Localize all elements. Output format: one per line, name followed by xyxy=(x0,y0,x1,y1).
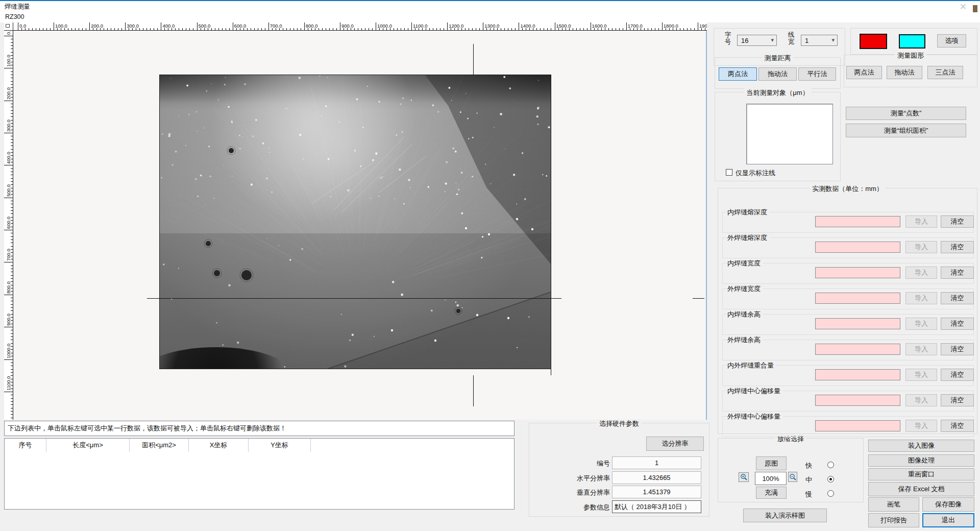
action-button[interactable]: 重画窗口 xyxy=(868,468,974,480)
ruler-v-tick xyxy=(4,68,13,68)
measure-row-label: 内外焊缝重合量 xyxy=(727,361,776,370)
hardware-field-label: 垂直分辨率 xyxy=(577,488,610,497)
zoom-speed-radio-2[interactable] xyxy=(827,476,834,482)
circle-method-button[interactable]: 三点法 xyxy=(927,66,963,79)
import-button[interactable]: 导入 xyxy=(905,369,937,381)
weld-specimen-image[interactable] xyxy=(159,75,551,369)
circle-method-button[interactable]: 两点法 xyxy=(846,66,882,79)
zoom-fit-button[interactable]: 充满 xyxy=(756,487,787,499)
hardware-field-value[interactable]: 1.451379 xyxy=(612,486,701,498)
zoom-speed-radio-3[interactable] xyxy=(827,490,834,497)
ruler-h-label: 900.0 xyxy=(341,23,354,29)
load-demo-image-button[interactable]: 装入演示样图 xyxy=(743,509,827,522)
hardware-group-title: 选择硬件参数 xyxy=(597,419,642,428)
ruler-v-label: 1000.0 xyxy=(6,343,11,358)
measure-value-field[interactable] xyxy=(815,267,900,278)
measure-value-field[interactable] xyxy=(815,344,900,355)
ruler-v-tick xyxy=(4,392,13,392)
clear-button[interactable]: 清空 xyxy=(941,267,974,279)
action-button[interactable]: 保存图像 xyxy=(922,497,974,512)
font-size-select[interactable]: 16▾ xyxy=(737,35,777,46)
table-column-header[interactable]: X坐标 xyxy=(189,439,249,452)
hardware-field-value[interactable]: 默认（ 2018年3月10日 ） xyxy=(612,500,701,513)
action-button[interactable]: 装入图像 xyxy=(868,440,974,452)
measure-value-field[interactable] xyxy=(815,242,900,253)
list-hint: 下边列表中，单击鼠标左键可选中某一行数据，该数据可被导入；单击鼠标右键可删除该数… xyxy=(4,421,514,436)
circle-method-button[interactable]: 拖动法 xyxy=(887,66,922,79)
chevron-down-icon: ▾ xyxy=(831,37,835,43)
zoom-speed-radio-1[interactable] xyxy=(827,462,834,468)
close-icon[interactable]: ✕ xyxy=(960,2,967,12)
import-button[interactable]: 导入 xyxy=(905,241,937,253)
options-button[interactable]: 选项 xyxy=(937,34,966,47)
table-column-header[interactable]: 长度<μm> xyxy=(46,439,130,452)
distance-method-button[interactable]: 两点法 xyxy=(719,67,757,81)
import-button[interactable]: 导入 xyxy=(905,318,937,330)
action-button[interactable]: 画笔 xyxy=(868,497,919,512)
measure-circle-title: 测量圆形 xyxy=(895,51,926,60)
measure-guide-horizontal xyxy=(147,298,561,299)
measure-area-button[interactable]: 测量“组织面积” xyxy=(846,124,966,137)
clear-button[interactable]: 清空 xyxy=(941,292,974,304)
hardware-group: 选择硬件参数 选分辨率 编号1水平分辨率1.432665垂直分辨率1.45137… xyxy=(529,423,709,517)
ruler-h-tick xyxy=(626,22,627,31)
clear-button[interactable]: 清空 xyxy=(941,343,974,355)
hardware-field-value[interactable]: 1 xyxy=(612,456,701,469)
zoom-out-icon[interactable] xyxy=(788,472,797,482)
current-object-listbox[interactable] xyxy=(746,104,833,164)
clear-button[interactable]: 清空 xyxy=(941,215,974,228)
menu-item-rz300[interactable]: RZ300 xyxy=(5,13,24,20)
zoom-in-icon[interactable] xyxy=(739,472,749,482)
table-column-header[interactable]: 序号 xyxy=(5,439,46,452)
ruler-h-label: 700.0 xyxy=(270,23,282,29)
measure-value-field[interactable] xyxy=(815,293,900,304)
import-button[interactable]: 导入 xyxy=(905,267,937,279)
action-button[interactable]: 打印报告 xyxy=(868,513,919,527)
ruler-v-tick xyxy=(4,230,13,230)
clear-button[interactable]: 清空 xyxy=(941,241,974,253)
action-button[interactable]: 保存 Excel 文档 xyxy=(868,482,974,496)
ruler-h-label: 1600.0 xyxy=(592,23,607,29)
ruler-h-tick xyxy=(18,22,18,31)
ruler-h-label: 1000.0 xyxy=(377,23,392,29)
action-button[interactable]: 退出 xyxy=(922,513,974,527)
measure-value-field[interactable] xyxy=(815,420,900,431)
ruler-h-label: 1400.0 xyxy=(520,23,535,29)
import-button[interactable]: 导入 xyxy=(905,394,937,406)
zoom-percent-field[interactable]: 100% xyxy=(755,472,787,485)
ruler-h-tick xyxy=(268,22,269,31)
import-button[interactable]: 导入 xyxy=(905,215,937,228)
ruler-h-tick xyxy=(304,22,305,31)
measurement-table[interactable]: 序号长度<μm>面积<μm2>X坐标Y坐标 xyxy=(4,438,514,510)
action-button[interactable]: 图像处理 xyxy=(868,454,974,467)
ruler-v-tick xyxy=(4,295,13,295)
measure-points-button[interactable]: 测量“点数” xyxy=(846,107,966,120)
ruler-h-tick xyxy=(447,22,448,31)
import-button[interactable]: 导入 xyxy=(905,420,937,432)
import-button[interactable]: 导入 xyxy=(905,292,937,304)
import-button[interactable]: 导入 xyxy=(905,343,937,355)
distance-method-button[interactable]: 拖动法 xyxy=(758,67,797,81)
distance-method-button[interactable]: 平行法 xyxy=(798,67,836,81)
hardware-field-label: 水平分辨率 xyxy=(577,474,610,483)
clear-button[interactable]: 清空 xyxy=(941,394,974,406)
ruler-h-tick xyxy=(411,22,412,31)
table-column-header[interactable]: Y坐标 xyxy=(249,439,311,452)
clear-button[interactable]: 清空 xyxy=(941,369,974,381)
clear-button[interactable]: 清空 xyxy=(941,420,974,432)
drawing-canvas[interactable] xyxy=(13,31,707,420)
select-resolution-button[interactable]: 选分辨率 xyxy=(646,437,704,451)
zoom-original-button[interactable]: 原图 xyxy=(756,456,787,470)
show-annotation-only-checkbox[interactable] xyxy=(726,169,732,176)
clear-button[interactable]: 清空 xyxy=(941,318,974,330)
measure-value-field[interactable] xyxy=(815,318,900,329)
ruler-corner xyxy=(4,22,13,31)
measure-value-field[interactable] xyxy=(815,216,900,227)
measure-value-field[interactable] xyxy=(815,395,900,406)
hardware-field-value[interactable]: 1.432665 xyxy=(612,471,701,484)
line-width-select[interactable]: 1▾ xyxy=(801,35,838,46)
secondary-color-swatch[interactable] xyxy=(899,34,925,49)
measure-value-field[interactable] xyxy=(815,369,900,380)
primary-color-swatch[interactable] xyxy=(860,34,887,49)
table-column-header[interactable]: 面积<μm2> xyxy=(130,439,189,452)
